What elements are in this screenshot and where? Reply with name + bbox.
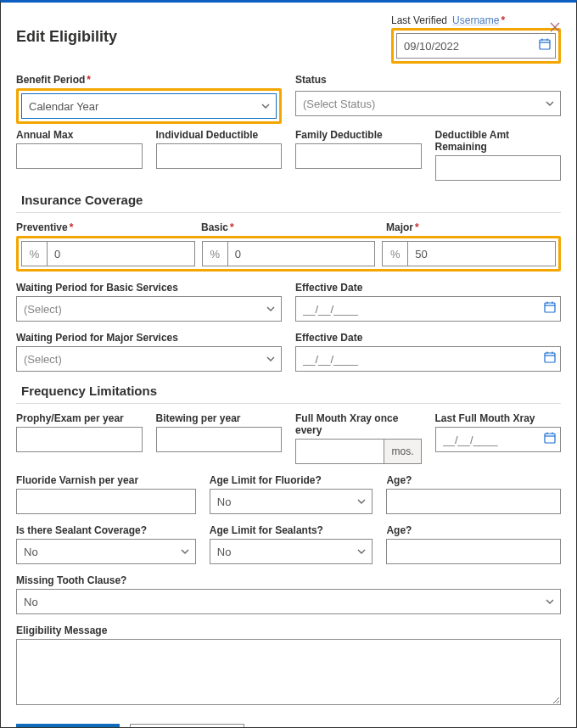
percent-icon: % <box>382 241 407 266</box>
eligibility-message-textarea[interactable] <box>16 639 561 705</box>
age-limit-fluoride-label: Age Limit for Fluoride? <box>210 474 373 486</box>
percent-icon: % <box>202 241 227 266</box>
missing-tooth-label: Missing Tooth Clause? <box>16 574 561 586</box>
chevron-down-icon <box>260 101 271 111</box>
bitewing-input[interactable] <box>156 427 283 452</box>
svg-rect-0 <box>540 40 550 49</box>
svg-rect-8 <box>545 353 555 362</box>
benefit-period-select[interactable]: Calendar Year <box>21 93 277 119</box>
calendar-icon[interactable] <box>544 432 556 447</box>
major-input[interactable] <box>407 241 556 266</box>
fullmouth-input[interactable] <box>295 439 384 464</box>
months-suffix: mos. <box>384 439 421 464</box>
chevron-down-icon <box>545 596 555 607</box>
preventive-label: Preventive* <box>16 221 191 233</box>
waiting-basic-label: Waiting Period for Basic Services <box>16 282 282 294</box>
status-select[interactable]: (Select Status) <box>295 91 561 116</box>
age-fluoride-label: Age? <box>386 474 561 486</box>
calendar-icon[interactable] <box>544 351 556 367</box>
missing-tooth-select[interactable]: No <box>16 589 561 614</box>
effective-date-basic-input[interactable] <box>295 296 561 322</box>
percent-icon: % <box>21 241 47 266</box>
waiting-major-select[interactable]: (Select) <box>16 346 282 372</box>
annual-max-input[interactable] <box>16 143 143 169</box>
chevron-down-icon <box>266 304 276 314</box>
last-verified-label: Last Verified <box>391 14 447 26</box>
fluoride-input[interactable] <box>16 489 196 514</box>
age-limit-fluoride-select[interactable]: No <box>210 489 373 514</box>
waiting-basic-select[interactable]: (Select) <box>16 296 282 322</box>
chevron-down-icon <box>356 496 367 507</box>
effective-date-major-label: Effective Date <box>295 332 561 344</box>
chevron-down-icon <box>180 546 190 557</box>
status-label: Status <box>295 74 561 86</box>
svg-rect-4 <box>545 303 555 312</box>
chevron-down-icon <box>356 546 367 557</box>
bitewing-label: Bitewing per year <box>156 412 283 424</box>
age-limit-sealant-select[interactable]: No <box>210 539 373 564</box>
effective-date-basic-label: Effective Date <box>295 282 561 294</box>
individual-deductible-input[interactable] <box>156 143 283 169</box>
insurance-coverage-heading: Insurance Coverage <box>21 193 561 207</box>
fullmouth-label: Full Mouth Xray once every <box>295 412 422 436</box>
sealant-label: Is there Sealant Coverage? <box>16 524 196 536</box>
last-verified-date[interactable] <box>396 33 556 59</box>
individual-deductible-label: Individual Deductible <box>156 129 283 141</box>
save-button[interactable]: Save Eligibility <box>16 724 120 728</box>
page-title: Edit Eligibility <box>16 28 117 46</box>
required-indicator: * <box>501 14 505 26</box>
eligibility-message-label: Eligibility Message <box>16 624 561 636</box>
svg-rect-12 <box>545 434 555 443</box>
effective-date-major-input[interactable] <box>295 346 561 372</box>
age-sealant-input[interactable] <box>386 539 561 564</box>
age-limit-sealant-label: Age Limit for Sealants? <box>210 524 373 536</box>
age-fluoride-input[interactable] <box>386 489 561 514</box>
frequency-heading: Frequency Limitations <box>21 384 561 398</box>
fluoride-label: Fluoride Varnish per year <box>16 474 196 486</box>
last-verified-username: Username <box>452 14 499 26</box>
deductible-remaining-input[interactable] <box>435 155 562 181</box>
chevron-down-icon <box>545 98 555 109</box>
discard-button[interactable]: Discard Eligibilty <box>130 724 244 728</box>
calendar-icon[interactable] <box>539 38 551 53</box>
major-label: Major* <box>386 221 561 233</box>
benefit-period-label: Benefit Period* <box>16 74 282 86</box>
annual-max-label: Annual Max <box>16 129 143 141</box>
chevron-down-icon <box>266 354 276 364</box>
age-sealant-label: Age? <box>386 524 561 536</box>
basic-label: Basic* <box>201 221 376 233</box>
family-deductible-label: Family Deductible <box>295 129 422 141</box>
preventive-input[interactable] <box>47 241 195 266</box>
last-fullmouth-input[interactable] <box>435 427 562 452</box>
basic-input[interactable] <box>227 241 376 266</box>
sealant-select[interactable]: No <box>16 539 196 564</box>
prophy-label: Prophy/Exam per year <box>16 412 143 424</box>
last-fullmouth-label: Last Full Mouth Xray <box>435 412 562 424</box>
prophy-input[interactable] <box>16 427 143 452</box>
deductible-remaining-label: Deductible Amt Remaining <box>435 129 562 153</box>
waiting-major-label: Waiting Period for Major Services <box>16 332 282 344</box>
family-deductible-input[interactable] <box>295 143 422 169</box>
calendar-icon[interactable] <box>544 301 556 316</box>
